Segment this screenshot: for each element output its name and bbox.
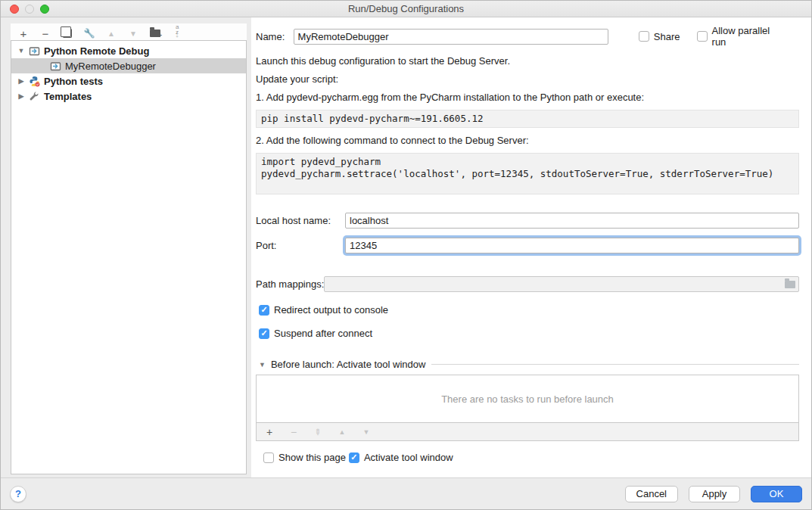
ok-button[interactable]: OK [751,486,802,502]
suspend-after-connect-checkbox[interactable]: ✓ Suspend after connect [259,328,799,339]
description-update: Update your script: [256,73,799,85]
tree-item-label: Templates [44,91,92,102]
description-block: Launch this debug configuration to start… [256,55,799,194]
chevron-right-icon[interactable]: ▶ [16,77,26,85]
redirect-output-label: Redirect output to console [274,304,388,316]
tree-item-python-remote-debug[interactable]: ▼ Python Remote Debug [11,43,246,58]
titlebar: Run/Debug Configurations [1,1,811,17]
allow-parallel-run-label: Allow parallel run [712,25,782,48]
show-this-page-label: Show this page [278,452,346,463]
remove-task-icon[interactable]: − [288,426,300,438]
pip-install-code: pip install pydevd-pycharm~=191.6605.12 [256,110,799,128]
path-mappings-label: Path mappings: [256,278,324,290]
description-intro: Launch this debug configuration to start… [256,55,799,67]
activate-tool-window-checkbox-box[interactable]: ✓ [349,452,359,463]
activate-tool-window-label: Activate tool window [364,452,453,463]
show-this-page-checkbox-box[interactable] [263,452,274,463]
sort-configurations-icon[interactable]: ↓az [170,26,185,41]
run-config-icon [28,45,40,57]
tree-item-myremotedebugger[interactable]: MyRemoteDebugger [11,58,246,73]
minimize-window-icon[interactable] [25,5,34,14]
cancel-button[interactable]: Cancel [625,486,678,502]
run-debug-configurations-dialog: Run/Debug Configurations + − 🔧 ▲ ▼ + ↓az… [0,0,812,510]
description-step1: 1. Add pydevd-pycharm.egg from the PyCha… [256,92,799,103]
copy-configuration-icon[interactable] [60,26,75,41]
edit-defaults-icon[interactable]: 🔧 [82,26,97,41]
add-configuration-icon[interactable]: + [16,26,31,41]
allow-parallel-run-checkbox[interactable]: Allow parallel run [697,25,782,48]
configuration-editor: Name: Share Allow parallel run Launch th… [251,17,811,477]
redirect-output-checkbox-box[interactable]: ✓ [259,305,269,316]
description-step2: 2. Add the following command to connect … [256,135,799,146]
settrace-code: import pydevd_pycharm pydevd_pycharm.set… [256,153,799,194]
port-label: Port: [256,240,345,251]
configurations-sidebar: + − 🔧 ▲ ▼ + ↓az ▼ Python Remote Debug [1,17,251,477]
move-up-icon[interactable]: ▲ [104,26,119,41]
copy-icon [63,29,72,38]
before-launch-title: Before launch: Activate tool window [271,359,426,370]
edit-task-icon[interactable]: ✏ [312,426,324,438]
dialog-footer: ? Cancel Apply OK [1,477,811,509]
share-checkbox[interactable]: Share [639,31,680,42]
window-title: Run/Debug Configurations [348,3,464,14]
path-mappings-input[interactable] [324,276,799,292]
allow-parallel-run-checkbox-box[interactable] [697,31,708,42]
tree-item-label: Python Remote Debug [44,45,149,57]
name-input[interactable] [294,29,608,45]
task-move-down-icon[interactable]: ▼ [360,426,372,438]
local-host-name-input[interactable] [345,213,799,229]
activate-tool-window-checkbox[interactable]: ✓ Activate tool window [349,452,453,463]
tasks-toolbar: + − ✏ ▲ ▼ [256,423,799,441]
apply-button[interactable]: Apply [689,486,740,502]
python-tests-icon [28,75,40,87]
redirect-output-checkbox[interactable]: ✓ Redirect output to console [259,304,799,316]
tree-item-label: MyRemoteDebugger [65,61,156,72]
run-config-icon [49,60,61,72]
close-window-icon[interactable] [10,5,19,14]
tree-item-label: Python tests [44,76,103,87]
tree-item-python-tests[interactable]: ▶ Python tests [11,73,246,89]
tree-item-templates[interactable]: ▶ Templates [11,89,246,104]
task-move-up-icon[interactable]: ▲ [336,426,348,438]
suspend-after-connect-label: Suspend after connect [274,328,372,339]
new-folder-icon: + [150,30,160,37]
browse-folder-icon[interactable] [785,281,795,288]
local-host-name-label: Local host name: [256,215,345,226]
add-task-icon[interactable]: + [263,426,275,438]
configurations-tree: ▼ Python Remote Debug MyRemoteDebugger ▶… [11,40,247,474]
section-divider [431,364,799,365]
zoom-window-icon[interactable] [40,5,49,14]
port-input[interactable] [345,238,799,253]
templates-wrench-icon [28,90,40,102]
chevron-down-icon[interactable]: ▼ [259,361,266,369]
name-label: Name: [256,31,294,42]
tasks-empty-text: There are no tasks to run before launch [441,393,614,405]
show-this-page-checkbox[interactable]: Show this page [263,452,346,463]
share-label: Share [654,31,680,42]
remove-configuration-icon[interactable]: − [38,26,53,41]
help-button[interactable]: ? [10,486,26,502]
create-folder-icon[interactable]: + [148,26,163,41]
move-down-icon[interactable]: ▼ [126,26,141,41]
suspend-after-connect-checkbox-box[interactable]: ✓ [259,328,269,339]
before-launch-tasks-list[interactable]: There are no tasks to run before launch [256,375,799,423]
before-launch-section-header[interactable]: ▼ Before launch: Activate tool window [256,359,799,370]
chevron-right-icon[interactable]: ▶ [16,92,26,100]
chevron-down-icon[interactable]: ▼ [16,47,26,54]
share-checkbox-box[interactable] [639,31,649,42]
